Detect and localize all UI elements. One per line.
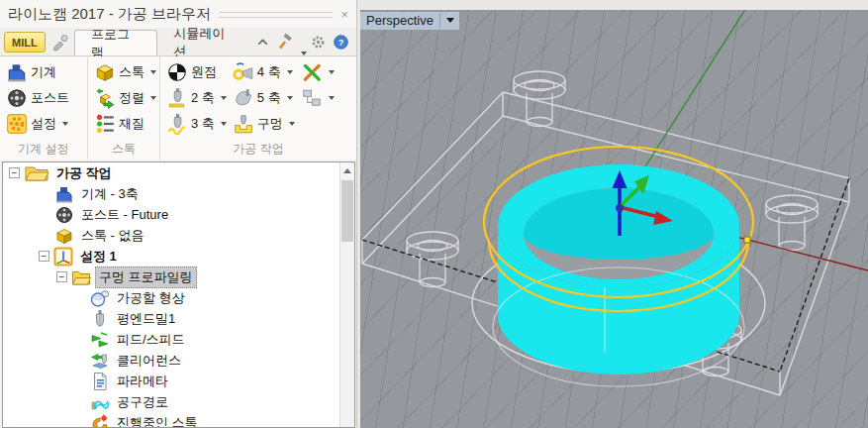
copy-operations-icon	[301, 87, 323, 109]
feeds-speeds-icon	[90, 330, 110, 350]
hammer-icon	[277, 34, 294, 51]
group-label: 가공 작업	[160, 141, 356, 158]
tab-program[interactable]: 프로그램	[74, 30, 157, 55]
axis4-button[interactable]: 4 축	[227, 59, 295, 85]
viewport-3d[interactable]: Perspective	[360, 10, 868, 428]
lathe-module-icon[interactable]	[51, 33, 70, 53]
stock-cube-icon	[54, 226, 74, 246]
viewport-title-label: Perspective	[366, 13, 434, 28]
tree-item-tool[interactable]: 평엔드밀1	[3, 308, 354, 329]
panel-title: 라이노캠 2017 - 가공 브라우저	[8, 5, 211, 24]
tree-item-toolpath[interactable]: 공구경로	[3, 391, 354, 412]
close-icon[interactable]: ×	[340, 8, 348, 21]
machine-icon	[6, 61, 28, 83]
stock-cube-icon	[94, 61, 116, 83]
ribbon-tab-row: MILL 프로그램 시뮬레이션	[0, 28, 356, 56]
toolpath-point-marker	[744, 237, 750, 243]
collapse-toggle-icon[interactable]	[56, 271, 67, 282]
scroll-up-icon[interactable]	[340, 162, 354, 178]
help-icon: ?	[333, 34, 349, 51]
post-icon	[54, 205, 74, 225]
tools-menu-button[interactable]	[275, 32, 296, 52]
rhinocam-window: 라이노캠 2017 - 가공 브라우저 × MILL 프로그램 시뮬레이션	[0, 0, 868, 428]
machining-tools-button[interactable]	[295, 59, 335, 85]
viewport-title[interactable]: Perspective	[360, 12, 459, 30]
setup-button[interactable]: 설정	[0, 111, 87, 137]
tree-item-post[interactable]: 포스트 - Future	[3, 204, 354, 225]
svg-text:?: ?	[338, 37, 344, 47]
toolpath-icon	[90, 392, 110, 412]
viewport-menu-caret-icon[interactable]	[446, 18, 454, 23]
folder-open-icon	[71, 268, 91, 287]
setup-gear-icon	[6, 113, 28, 135]
material-button[interactable]: 재질	[88, 111, 159, 137]
hole-button[interactable]: 구멍	[227, 111, 295, 137]
dropdown-caret-icon[interactable]	[287, 70, 293, 74]
tree-item-clearance[interactable]: 클리어런스	[3, 350, 354, 371]
material-icon	[94, 113, 116, 135]
axis2-button[interactable]: 2 축	[160, 85, 227, 111]
endmill-tool-icon	[90, 309, 110, 329]
dropdown-caret-icon[interactable]	[329, 96, 335, 100]
hole-icon	[233, 113, 254, 135]
tree-item-feeds-speeds[interactable]: 피드/스피드	[3, 329, 354, 350]
copy-operations-button[interactable]	[295, 85, 335, 111]
tree-item-stock[interactable]: 스톡 - 없음	[3, 225, 354, 246]
tree-item-parameters[interactable]: 파라메타	[3, 371, 354, 391]
tools-menu-caret-icon[interactable]	[301, 52, 307, 55]
titlebar-grip	[219, 12, 333, 18]
group-machining-operations: 원점 2 축	[160, 56, 356, 160]
origin-button[interactable]: 원점	[160, 59, 227, 85]
gear-icon	[310, 34, 327, 51]
viewport-3d-scene	[360, 10, 868, 428]
align-button[interactable]: 정렬	[88, 85, 159, 111]
dropdown-caret-icon[interactable]	[62, 122, 68, 126]
align-icon	[94, 87, 116, 109]
machine-icon	[54, 184, 74, 204]
tree-item-setup[interactable]: 설정 1	[3, 246, 354, 267]
axis3-icon	[166, 113, 188, 135]
geometry-icon	[90, 288, 110, 308]
tree-item-hole-profiling[interactable]: 구멍 프로파일링	[3, 267, 354, 287]
collapse-ribbon-button[interactable]	[252, 32, 273, 52]
inprocess-stock-icon	[90, 413, 110, 428]
panel-titlebar[interactable]: 라이노캠 2017 - 가공 브라우저 ×	[0, 0, 356, 28]
tree-scrollbar[interactable]	[339, 162, 354, 427]
group-machine-setup: 기계 포스트 설정	[0, 56, 88, 160]
tab-simulation[interactable]: 시뮬레이션	[157, 30, 251, 55]
machine-button[interactable]: 기계	[0, 59, 87, 85]
post-icon	[6, 87, 28, 109]
chevron-up-icon	[254, 34, 271, 51]
post-button[interactable]: 포스트	[0, 85, 87, 111]
group-label: 기계 설정	[0, 141, 87, 158]
scrollbar-thumb[interactable]	[341, 180, 353, 242]
dropdown-caret-icon[interactable]	[150, 70, 156, 74]
tree-item-machining-job[interactable]: 가공 작업	[3, 162, 354, 183]
dropdown-caret-icon[interactable]	[150, 96, 156, 100]
stock-button[interactable]: 스톡	[88, 59, 159, 85]
setup-icon	[53, 247, 73, 267]
machining-job-tree: 가공 작업 기계 - 3축 포스트 - Future	[2, 161, 355, 428]
tree-item-machining-geometry[interactable]: 가공할 형상	[3, 287, 354, 308]
axis5-icon	[233, 87, 254, 109]
mill-module-button[interactable]: MILL	[4, 32, 46, 53]
clearance-icon	[90, 351, 110, 371]
tree-item-machine[interactable]: 기계 - 3축	[3, 183, 354, 204]
axis4-icon	[233, 61, 254, 83]
axis5-button[interactable]: 5 축	[227, 85, 295, 111]
group-label: 스톡	[88, 141, 159, 158]
dropdown-caret-icon[interactable]	[329, 70, 335, 74]
axis3-button[interactable]: 3 축	[160, 111, 227, 137]
crossed-tools-icon	[301, 61, 323, 83]
axis2-icon	[166, 87, 188, 109]
dropdown-caret-icon[interactable]	[287, 96, 293, 100]
origin-icon	[166, 61, 188, 83]
parameters-icon	[90, 372, 110, 391]
options-button[interactable]	[308, 32, 329, 52]
collapse-toggle-icon[interactable]	[9, 167, 20, 178]
group-stock: 스톡 정렬	[88, 56, 160, 160]
collapse-toggle-icon[interactable]	[39, 251, 49, 262]
ribbon-toolbar: 기계 포스트 설정	[0, 56, 356, 160]
help-button[interactable]: ?	[331, 32, 351, 52]
tree-item-inprocess-stock[interactable]: 진행중인 스톡	[3, 412, 354, 428]
